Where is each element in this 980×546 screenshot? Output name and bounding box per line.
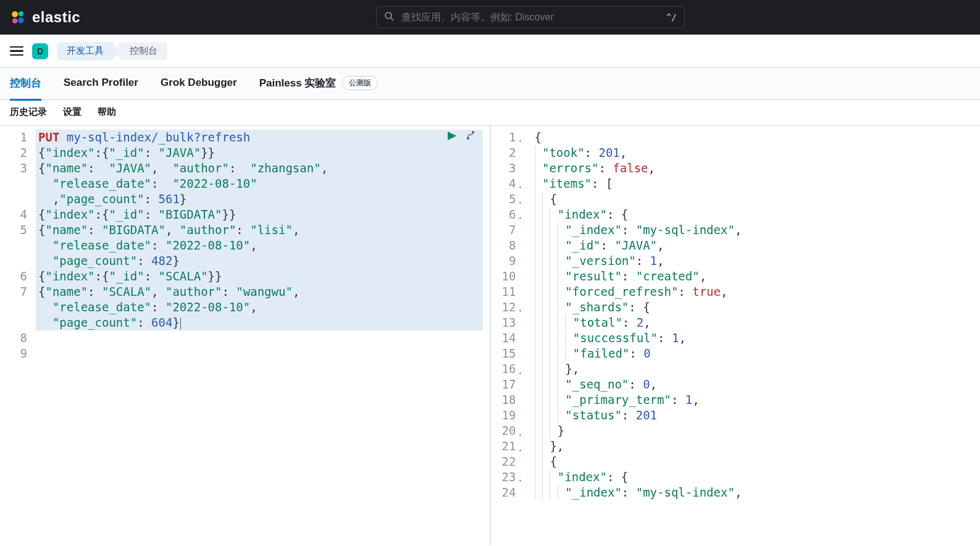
line-number: 13	[498, 315, 534, 330]
line-number: 14	[498, 330, 534, 346]
svg-point-2	[12, 19, 17, 23]
history-link[interactable]: 历史记录	[10, 106, 47, 118]
code-line[interactable]: "index": {	[534, 207, 981, 222]
line-number: 4▾	[498, 176, 534, 191]
brand-logo[interactable]: elastic	[10, 9, 80, 26]
code-line[interactable]: "_index": "my-sql-index",	[534, 222, 981, 238]
response-gutter: 1▾234▾5▾6▾789101112▾13141516▴17181920▴21…	[498, 126, 534, 545]
code-line[interactable]: "release_date": "2022-08-10",	[36, 238, 483, 253]
global-search-input[interactable]	[400, 11, 660, 23]
svg-point-1	[19, 11, 23, 16]
code-line[interactable]: "page_count": 482}	[36, 253, 483, 269]
code-line[interactable]: PUT my-sql-index/_bulk?refresh	[36, 130, 483, 145]
code-line[interactable]: "failed": 0	[534, 346, 981, 361]
breadcrumb-dev-tools[interactable]: 开发工具	[57, 42, 119, 61]
code-line[interactable]: ,"page_count": 561}	[36, 191, 483, 207]
global-search[interactable]: ^/	[376, 6, 685, 28]
code-line[interactable]: "forced_refresh": true,	[534, 284, 981, 300]
tab-search-profiler[interactable]: Search Profiler	[64, 68, 138, 99]
code-line[interactable]: "index": {	[534, 469, 981, 485]
code-line[interactable]: "status": 201	[534, 408, 981, 423]
line-number: 11	[498, 284, 534, 300]
line-number	[0, 315, 36, 330]
search-shortcut-hint: ^/	[666, 12, 677, 22]
line-number: 9	[0, 346, 36, 361]
line-number: 6▾	[498, 207, 534, 222]
settings-link[interactable]: 设置	[63, 106, 82, 118]
line-number: 23▾	[498, 469, 534, 485]
pane-divider[interactable]: ||	[483, 126, 498, 545]
elastic-logo-icon	[10, 9, 26, 25]
code-line[interactable]: {"name": "SCALA", "author": "wangwu",	[36, 284, 483, 300]
line-number: 1	[0, 130, 36, 145]
code-line[interactable]: "release_date": "2022-08-10"	[36, 176, 483, 191]
breadcrumb-console: 控制台	[115, 42, 167, 61]
code-line[interactable]: {"index":{"_id": "BIGDATA"}}	[36, 207, 483, 222]
code-line[interactable]: "_seq_no": 0,	[534, 377, 981, 392]
line-number: 19	[498, 408, 534, 423]
line-number	[0, 191, 36, 207]
code-line[interactable]: "items": [	[534, 176, 981, 191]
code-line[interactable]: "_version": 1,	[534, 253, 981, 269]
code-line[interactable]: "took": 201,	[534, 145, 981, 161]
code-line[interactable]: {	[534, 191, 981, 207]
code-line[interactable]: "errors": false,	[534, 161, 981, 176]
beta-badge: 公测版	[342, 76, 378, 90]
line-number: 17	[498, 377, 534, 392]
code-line[interactable]: },	[534, 439, 981, 454]
code-line[interactable]: {"index":{"_id": "JAVA"}}	[36, 145, 483, 161]
code-line[interactable]: },	[534, 361, 981, 377]
code-line[interactable]: {"name": "BIGDATA", "author": "lisi",	[36, 222, 483, 238]
line-number: 2	[0, 145, 36, 161]
line-number	[0, 176, 36, 191]
help-link[interactable]: 帮助	[98, 106, 116, 118]
svg-point-4	[385, 12, 392, 19]
code-line[interactable]: {"index":{"_id": "SCALA"}}	[36, 269, 483, 284]
line-number: 21▴	[498, 439, 534, 454]
code-line[interactable]: "_id": "JAVA",	[534, 238, 981, 253]
code-line[interactable]	[36, 330, 483, 346]
line-number: 20▴	[498, 423, 534, 439]
code-line[interactable]: }	[534, 423, 981, 439]
line-number: 7	[0, 284, 36, 300]
tab-console[interactable]: 控制台	[10, 67, 41, 101]
nav-toggle-button[interactable]	[10, 44, 23, 58]
code-line[interactable]: "_primary_term": 1,	[534, 392, 981, 408]
code-line[interactable]	[36, 346, 483, 361]
svg-marker-6	[448, 132, 456, 140]
console-toolbar: 历史记录 设置 帮助	[0, 100, 980, 126]
code-line[interactable]: "_shards": {	[534, 300, 981, 315]
line-number: 6	[0, 269, 36, 284]
line-number: 8	[0, 330, 36, 346]
tab-painless-lab[interactable]: Painless 实验室 公测版	[259, 67, 379, 101]
svg-point-0	[12, 11, 18, 17]
code-line[interactable]: "successful": 1,	[534, 330, 981, 346]
line-number	[0, 300, 36, 315]
tab-grok-debugger[interactable]: Grok Debugger	[161, 68, 237, 99]
line-number: 1▾	[498, 130, 534, 145]
request-editor[interactable]: PUT my-sql-index/_bulk?refresh{"index":{…	[36, 126, 483, 545]
line-number	[0, 253, 36, 269]
request-options-button[interactable]	[464, 130, 477, 142]
code-line[interactable]: {	[534, 130, 981, 145]
line-number: 24	[498, 485, 534, 500]
svg-point-7	[467, 138, 469, 140]
line-number: 3	[498, 161, 534, 176]
code-line[interactable]: {"name": "JAVA", "author": "zhangsan",	[36, 161, 483, 176]
search-icon	[384, 11, 394, 23]
line-number	[0, 238, 36, 253]
response-pane: 1▾234▾5▾6▾789101112▾13141516▴17181920▴21…	[498, 126, 981, 545]
code-line[interactable]: "release_date": "2022-08-10",	[36, 300, 483, 315]
code-line[interactable]: "_index": "my-sql-index",	[534, 485, 981, 500]
response-viewer[interactable]: { "took": 201, "errors": false, "items":…	[534, 126, 981, 545]
line-number: 10	[498, 269, 534, 284]
code-line[interactable]: "total": 2,	[534, 315, 981, 330]
code-line[interactable]: "page_count": 604}	[36, 315, 483, 330]
line-number: 12▾	[498, 300, 534, 315]
send-request-button[interactable]	[446, 130, 458, 142]
line-number: 9	[498, 253, 534, 269]
line-number: 22	[498, 454, 534, 469]
space-avatar[interactable]: D	[32, 43, 48, 59]
code-line[interactable]: {	[534, 454, 981, 469]
code-line[interactable]: "result": "created",	[534, 269, 981, 284]
